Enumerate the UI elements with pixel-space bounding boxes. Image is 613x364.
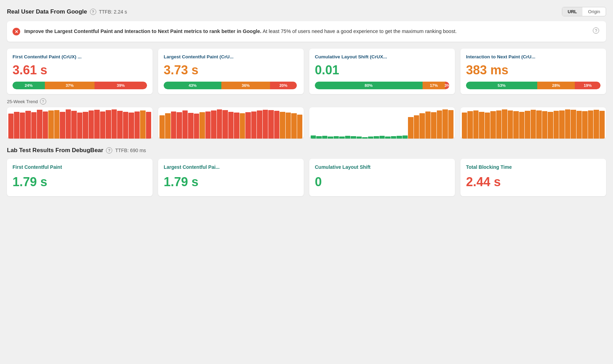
trend-bar-1-3 xyxy=(177,112,182,139)
lab-metric-title-2: Cumulative Layout Shift xyxy=(315,164,449,170)
trend-bar-3-13 xyxy=(536,110,541,139)
alert-text-regular: At least 75% of users need have a good e… xyxy=(263,28,457,34)
crux-metric-value-0: 3.61 s xyxy=(13,63,147,77)
header-left: Real User Data From Google ? TTFB: 2.24 … xyxy=(7,8,127,15)
trend-bar-2-12 xyxy=(379,136,385,139)
trend-bar-3-12 xyxy=(531,110,536,139)
lab-metric-title-1: Largest Contentful Pai... xyxy=(164,164,298,170)
trend-bar-3-23 xyxy=(594,110,599,139)
trend-bar-0-22 xyxy=(134,111,140,139)
crux-seg-1-2: 20% xyxy=(270,82,297,89)
trend-bar-2-14 xyxy=(391,136,396,139)
trend-chart-3 xyxy=(460,107,606,139)
trend-bar-1-1 xyxy=(165,113,170,139)
trend-bar-1-4 xyxy=(182,110,188,139)
alert-help-icon[interactable]: ? xyxy=(593,27,599,34)
trend-bar-2-21 xyxy=(431,112,436,139)
crux-seg-0-2: 39% xyxy=(95,82,147,89)
trend-bar-0-4 xyxy=(31,112,36,139)
crux-metric-value-1: 3.73 s xyxy=(164,63,298,77)
trend-bar-1-12 xyxy=(228,112,234,139)
trend-bar-1-11 xyxy=(222,110,228,139)
lab-grid: First Contentful Paint1.79 sLargest Cont… xyxy=(7,159,606,196)
trend-bar-2-22 xyxy=(437,110,442,139)
crux-metric-bar-1: 43%36%20% xyxy=(164,82,298,89)
trend-bar-2-9 xyxy=(362,137,367,139)
trend-bar-1-19 xyxy=(268,110,273,139)
crux-seg-3-0: 53% xyxy=(466,82,537,89)
crux-metric-card-3: Interaction to Next Paint (CrU...383 ms5… xyxy=(460,49,606,94)
trend-bar-1-10 xyxy=(217,109,222,139)
lab-metric-card-2: Cumulative Layout Shift0 xyxy=(309,159,455,196)
trend-label: 25-Week Trend xyxy=(7,99,38,104)
lab-metric-value-3: 2.44 s xyxy=(466,175,600,189)
crux-metric-card-0: First Contentful Paint (CrUX) ...3.61 s2… xyxy=(7,49,153,94)
trend-chart-0 xyxy=(7,107,153,139)
trend-bar-3-9 xyxy=(513,111,518,139)
trend-bar-0-15 xyxy=(94,110,99,139)
trend-bar-1-23 xyxy=(291,113,296,139)
trend-bar-2-6 xyxy=(345,136,350,139)
trend-bar-2-17 xyxy=(408,117,413,139)
trend-bar-2-3 xyxy=(328,136,333,139)
trend-bar-container-0 xyxy=(8,109,151,139)
origin-toggle-btn[interactable]: Origin xyxy=(582,7,606,16)
crux-metric-bar-3: 53%28%19% xyxy=(466,82,600,89)
help-icon[interactable]: ? xyxy=(90,9,96,15)
trend-bar-0-24 xyxy=(146,112,151,139)
trend-bar-0-18 xyxy=(112,109,117,139)
trend-bar-1-13 xyxy=(234,113,239,139)
trend-grid xyxy=(7,107,606,139)
trend-bar-0-1 xyxy=(14,112,19,139)
trend-bar-container-2 xyxy=(311,109,453,139)
trend-bar-3-17 xyxy=(559,110,564,139)
lab-help-icon[interactable]: ? xyxy=(106,147,112,154)
crux-metric-title-2: Cumulative Layout Shift (CrUX... xyxy=(315,54,449,59)
trend-bar-2-7 xyxy=(351,136,356,139)
trend-bar-3-21 xyxy=(582,111,587,139)
trend-bar-2-13 xyxy=(385,136,390,139)
crux-seg-2-2: 3% xyxy=(445,82,449,89)
trend-bar-2-4 xyxy=(334,136,339,139)
trend-bar-3-0 xyxy=(462,113,467,139)
trend-bar-0-19 xyxy=(117,111,122,139)
alert-text-bold: Improve the Largest Contentful Paint and… xyxy=(24,28,261,34)
trend-bar-2-19 xyxy=(419,113,425,139)
trend-bar-3-11 xyxy=(525,111,530,139)
crux-seg-1-1: 36% xyxy=(221,82,270,89)
trend-bar-3-16 xyxy=(554,111,559,139)
lab-metric-value-0: 1.79 s xyxy=(13,175,147,189)
crux-seg-2-0: 80% xyxy=(315,82,423,89)
lab-metric-title-3: Total Blocking Time xyxy=(466,164,600,170)
trend-bar-1-20 xyxy=(274,111,279,139)
trend-bar-2-16 xyxy=(402,135,408,139)
crux-metric-bar-2: 80%17%3% xyxy=(315,82,449,89)
trend-bar-1-17 xyxy=(257,110,262,139)
trend-bar-2-15 xyxy=(397,136,402,139)
trend-bar-1-14 xyxy=(240,113,245,139)
trend-bar-0-7 xyxy=(48,110,54,139)
url-toggle-btn[interactable]: URL xyxy=(562,7,583,16)
lab-metric-value-2: 0 xyxy=(315,175,449,189)
trend-bar-2-5 xyxy=(339,136,344,139)
trend-bar-container-3 xyxy=(462,109,605,139)
crux-seg-2-1: 17% xyxy=(423,82,446,89)
trend-bar-0-14 xyxy=(89,110,94,139)
crux-seg-1-0: 43% xyxy=(164,82,221,89)
trend-bar-1-2 xyxy=(171,111,176,139)
lab-title: Lab Test Results From DebugBear xyxy=(7,147,103,154)
lab-metric-card-0: First Contentful Paint1.79 s xyxy=(7,159,153,196)
trend-bar-3-2 xyxy=(473,110,479,139)
trend-bar-3-5 xyxy=(490,111,496,139)
crux-seg-3-1: 28% xyxy=(537,82,575,89)
trend-bar-3-3 xyxy=(479,112,484,139)
trend-bar-0-8 xyxy=(54,110,59,139)
trend-bar-1-18 xyxy=(263,110,268,139)
trend-bar-1-0 xyxy=(160,115,165,139)
trend-bar-0-12 xyxy=(77,113,82,139)
crux-metric-bar-0: 24%37%39% xyxy=(13,82,147,89)
trend-bar-3-7 xyxy=(502,109,507,139)
trend-bar-1-16 xyxy=(251,111,256,139)
trend-help-icon[interactable]: ? xyxy=(40,98,46,105)
trend-bar-0-16 xyxy=(100,111,105,139)
